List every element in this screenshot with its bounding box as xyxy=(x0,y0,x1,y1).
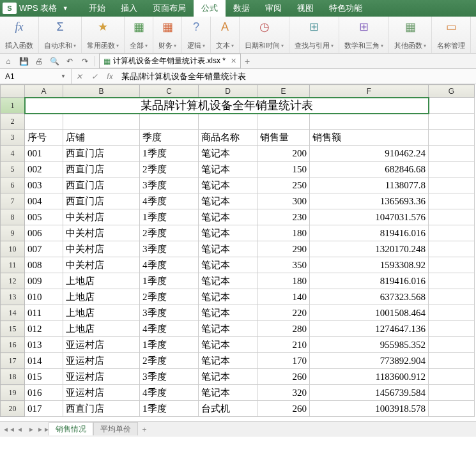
cell[interactable]: 017 xyxy=(25,401,63,417)
row-header[interactable]: 12 xyxy=(1,273,25,289)
cell[interactable] xyxy=(429,305,475,321)
home-icon[interactable]: ⌂ xyxy=(3,56,14,67)
cell[interactable] xyxy=(429,321,475,337)
chevron-down-icon[interactable]: ▼ xyxy=(61,73,66,79)
cell[interactable]: 1365693.36 xyxy=(310,193,429,209)
cell[interactable]: 637323.568 xyxy=(310,289,429,305)
tab-nav-last[interactable]: ►► xyxy=(37,426,49,433)
cell[interactable] xyxy=(429,225,475,241)
cell[interactable]: 001 xyxy=(25,146,63,162)
cell[interactable]: 4季度 xyxy=(140,385,199,401)
tab-nav-next[interactable]: ► xyxy=(26,426,37,433)
menu-tab-0[interactable]: 开始 xyxy=(81,0,113,17)
cell[interactable] xyxy=(429,114,475,130)
cell[interactable] xyxy=(429,289,475,305)
cell[interactable]: 4季度 xyxy=(140,257,199,273)
cell[interactable] xyxy=(63,114,140,130)
cell[interactable]: 上地店 xyxy=(63,289,140,305)
cell[interactable]: 1320170.248 xyxy=(310,241,429,257)
cell[interactable]: 西直门店 xyxy=(63,177,140,193)
cell[interactable]: 西直门店 xyxy=(63,401,140,417)
cell[interactable]: 2季度 xyxy=(140,162,199,177)
cell[interactable]: 上地店 xyxy=(63,321,140,337)
cell[interactable] xyxy=(25,114,63,130)
cell[interactable]: 220 xyxy=(257,305,310,321)
ribbon-查找与引用[interactable]: ⊞查找与引用▾ xyxy=(289,17,339,53)
cell[interactable]: 015 xyxy=(25,369,63,385)
cell[interactable]: 2季度 xyxy=(140,353,199,369)
row-header[interactable]: 17 xyxy=(1,353,25,369)
formula-input[interactable]: 某品牌计算机设备全年销量统计表 xyxy=(118,71,476,82)
cell[interactable]: 1138077.8 xyxy=(310,177,429,193)
cell[interactable]: 笔记本 xyxy=(199,177,257,193)
cell[interactable]: 笔记本 xyxy=(199,369,257,385)
add-sheet-button[interactable]: + xyxy=(138,425,151,434)
row-header[interactable]: 7 xyxy=(1,193,25,209)
cell[interactable] xyxy=(429,193,475,209)
cell[interactable]: 180 xyxy=(257,273,310,289)
row-header[interactable]: 1 xyxy=(1,98,25,114)
cell[interactable]: 170 xyxy=(257,353,310,369)
cell[interactable]: 西直门店 xyxy=(63,193,140,209)
ribbon-常用函数[interactable]: ★常用函数▾ xyxy=(82,17,125,53)
app-dropdown[interactable]: ▼ xyxy=(61,5,70,11)
document-tab[interactable]: ▦ 计算机设备全年销量统计表.xlsx * ✕ xyxy=(99,54,241,68)
cell[interactable]: 773892.904 xyxy=(310,353,429,369)
cell[interactable]: 280 xyxy=(257,321,310,337)
cell[interactable]: 4季度 xyxy=(140,321,199,337)
menu-tab-4[interactable]: 数据 xyxy=(226,0,257,17)
cell[interactable]: 1季度 xyxy=(140,273,199,289)
menu-tab-6[interactable]: 视图 xyxy=(289,0,321,17)
cell[interactable] xyxy=(429,273,475,289)
col-header[interactable]: E xyxy=(257,85,310,98)
cell[interactable]: 230 xyxy=(257,209,310,225)
cell-header[interactable]: 商品名称 xyxy=(199,130,257,146)
cell[interactable] xyxy=(429,130,475,146)
col-header[interactable]: G xyxy=(429,85,475,98)
cell[interactable]: 笔记本 xyxy=(199,353,257,369)
new-tab-button[interactable]: + xyxy=(245,56,250,66)
cell[interactable]: 682846.68 xyxy=(310,162,429,177)
cell[interactable]: 西直门店 xyxy=(63,162,140,177)
ribbon-逻辑[interactable]: ?逻辑▾ xyxy=(182,17,211,53)
ribbon-财务[interactable]: ▦财务▾ xyxy=(153,17,182,53)
cell[interactable]: 003 xyxy=(25,177,63,193)
cell[interactable] xyxy=(429,369,475,385)
cell[interactable]: 002 xyxy=(25,162,63,177)
cell-header[interactable]: 店铺 xyxy=(63,130,140,146)
cell[interactable]: 010 xyxy=(25,289,63,305)
cell[interactable]: 180 xyxy=(257,225,310,241)
col-header[interactable]: A xyxy=(25,85,63,98)
undo-icon[interactable]: ↶ xyxy=(64,56,75,67)
cell[interactable]: 819416.016 xyxy=(310,273,429,289)
row-header[interactable]: 10 xyxy=(1,241,25,257)
cell[interactable]: 亚运村店 xyxy=(63,369,140,385)
cell[interactable]: 350 xyxy=(257,257,310,273)
cell[interactable]: 1001508.464 xyxy=(310,305,429,321)
tab-nav-prev[interactable]: ◄ xyxy=(14,426,26,433)
tab-nav-first[interactable]: ◄◄ xyxy=(3,426,14,433)
cell[interactable]: 009 xyxy=(25,273,63,289)
row-header[interactable]: 3 xyxy=(1,130,25,146)
menu-tab-5[interactable]: 审阅 xyxy=(257,0,289,17)
cell[interactable]: 亚运村店 xyxy=(63,353,140,369)
cell[interactable]: 中关村店 xyxy=(63,225,140,241)
sheet-tab[interactable]: 销售情况 xyxy=(49,422,93,435)
cell[interactable]: 笔记本 xyxy=(199,241,257,257)
preview-icon[interactable]: 🔍 xyxy=(49,56,60,67)
cell[interactable]: 中关村店 xyxy=(63,241,140,257)
col-header[interactable]: D xyxy=(199,85,257,98)
cell[interactable]: 008 xyxy=(25,257,63,273)
cell[interactable]: 210 xyxy=(257,337,310,353)
name-box[interactable]: A1 ▼ xyxy=(0,69,72,84)
cell[interactable]: 250 xyxy=(257,177,310,193)
cell[interactable]: 1季度 xyxy=(140,337,199,353)
cell[interactable]: 4季度 xyxy=(140,193,199,209)
cell[interactable]: 150 xyxy=(257,162,310,177)
col-header[interactable]: F xyxy=(310,85,429,98)
cell[interactable]: 3季度 xyxy=(140,177,199,193)
cell[interactable]: 012 xyxy=(25,321,63,337)
cell[interactable]: 中关村店 xyxy=(63,257,140,273)
row-header[interactable]: 19 xyxy=(1,385,25,401)
cell[interactable]: 3季度 xyxy=(140,305,199,321)
